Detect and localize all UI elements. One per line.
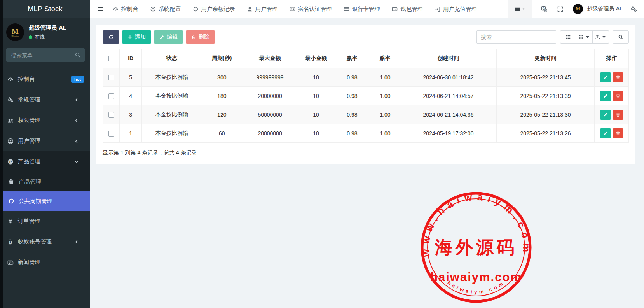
sidebar-item-general-mgmt[interactable]: 常规管理: [0, 89, 90, 110]
bitcoin-icon: B: [7, 239, 14, 245]
sidebar-item-payment-account-mgmt[interactable]: B收款账号管理: [0, 231, 90, 252]
newspaper-icon: [7, 259, 14, 266]
sidebar-item-public-cycle-mgmt[interactable]: 公共周期管理: [0, 191, 90, 211]
chevron-down-icon: [73, 159, 80, 165]
tabs-dropdown-button[interactable]: [508, 0, 532, 18]
content-area: 添加 编辑 删除 ID状态周期(秒)最大金: [90, 18, 644, 308]
export-icon: [595, 34, 600, 40]
row-delete-button[interactable]: [613, 91, 623, 101]
column-header-5[interactable]: 赢率: [334, 49, 370, 68]
table-row: 1本金按比例输6020000000100.981.002024-05-19 17…: [103, 124, 629, 143]
delete-button[interactable]: 删除: [186, 30, 215, 44]
detail-view-icon: [565, 34, 571, 40]
columns-button[interactable]: [576, 30, 593, 44]
table-right-tools: [476, 30, 629, 44]
column-header-1[interactable]: 状态: [142, 49, 202, 68]
sidebar: MLP Stock MMillennium 超级管理员-AL 在线 控制台hot…: [0, 0, 90, 308]
sidebar-search: [6, 48, 85, 62]
cell-id: 5: [120, 68, 142, 87]
cell-status: 本金按比例输: [142, 68, 202, 87]
row-delete-button[interactable]: [613, 128, 623, 138]
refresh-button[interactable]: [103, 30, 119, 44]
topnav-user-recharge[interactable]: 用户充值管理: [435, 5, 477, 13]
language-icon[interactable]: 文A: [541, 6, 548, 12]
column-header-8[interactable]: 更新时间: [496, 49, 595, 68]
tachometer-icon: [113, 6, 119, 12]
pencil-icon: [159, 35, 164, 40]
topbar: 控制台系统配置用户余额记录用户管理实名认证管理银行卡管理钱包管理用户充值管理 文…: [90, 0, 644, 18]
row-delete-button[interactable]: [613, 110, 623, 120]
topnav-wallet[interactable]: 钱包管理: [392, 5, 423, 13]
column-header-4[interactable]: 最小金额: [298, 49, 334, 68]
sidebar-item-order-mgmt[interactable]: 订单管理: [0, 211, 90, 231]
credit-card-icon: [344, 6, 349, 12]
add-button[interactable]: 添加: [122, 30, 151, 44]
cell-odds: 1.00: [370, 105, 400, 124]
topnav-user-management[interactable]: 用户管理: [247, 5, 278, 13]
cell-updated: 2025-05-22 21:13:39: [496, 87, 595, 105]
users-icon: [7, 117, 14, 124]
topnav-system-config[interactable]: 系统配置: [150, 5, 181, 13]
sidebar-item-permission-mgmt[interactable]: 权限管理: [0, 110, 90, 131]
topbar-avatar[interactable]: M: [573, 4, 583, 14]
online-dot: [29, 35, 32, 39]
sidebar-item-news-mgmt[interactable]: 新闻管理: [0, 252, 90, 273]
fullscreen-icon[interactable]: [557, 6, 564, 12]
sidebar-item-user-mgmt[interactable]: 用户管理: [0, 131, 90, 151]
settings-cogs-icon[interactable]: [630, 6, 637, 12]
sign-in-icon: [435, 6, 440, 12]
row-checkbox[interactable]: [108, 93, 114, 99]
column-header-3[interactable]: 最大金额: [242, 49, 298, 68]
export-button[interactable]: [593, 30, 609, 44]
edit-button[interactable]: 编辑: [154, 30, 183, 44]
sidebar-item-product-mgmt-sub[interactable]: 产品管理: [0, 172, 90, 191]
topbar-user-name[interactable]: 超级管理员-AL: [587, 5, 623, 12]
sidebar-toggle-icon[interactable]: [90, 6, 110, 12]
topnav-user-balance-log[interactable]: 用户余额记录: [193, 5, 235, 13]
sidebar-item-product-mgmt[interactable]: P产品管理: [0, 151, 90, 172]
row-checkbox[interactable]: [108, 131, 114, 136]
cell-win: 0.98: [334, 87, 370, 105]
cell-min: 10: [298, 105, 334, 124]
cell-max: 20000000: [242, 87, 298, 105]
row-edit-button[interactable]: [600, 91, 611, 101]
search-button[interactable]: [613, 30, 629, 44]
cell-win: 0.98: [334, 124, 370, 143]
column-header-0[interactable]: ID: [120, 49, 142, 68]
table-search-input[interactable]: [476, 30, 556, 44]
topnav-realname-auth[interactable]: 实名认证管理: [290, 5, 332, 13]
column-header-7[interactable]: 创建时间: [400, 49, 497, 68]
row-delete-button[interactable]: [613, 72, 623, 82]
row-edit-button[interactable]: [600, 72, 611, 82]
row-edit-button[interactable]: [600, 110, 611, 120]
cell-created: 2024-06-21 14:04:57: [400, 87, 497, 105]
row-edit-button[interactable]: [600, 128, 611, 138]
cell-min: 10: [298, 68, 334, 87]
sidebar-item-dashboard[interactable]: 控制台hot: [0, 69, 90, 89]
cell-max: 50000000: [242, 105, 298, 124]
cell-status: 本金按比例输: [142, 124, 202, 143]
online-label: 在线: [35, 33, 45, 40]
row-checkbox[interactable]: [108, 75, 114, 80]
column-header-2[interactable]: 周期(秒): [202, 49, 242, 68]
row-checkbox[interactable]: [108, 112, 114, 118]
cell-status: 本金按比例输: [142, 105, 202, 124]
bag-icon: [8, 178, 14, 185]
cell-min: 10: [298, 124, 334, 143]
select-all-checkbox[interactable]: [108, 56, 114, 61]
cell-odds: 1.00: [370, 124, 400, 143]
column-header-6[interactable]: 赔率: [370, 49, 400, 68]
view-button-group: [560, 30, 609, 44]
sidebar-search-input[interactable]: [6, 48, 85, 62]
cell-updated: 2025-05-22 21:13:26: [496, 124, 595, 143]
user-icon: [247, 6, 253, 12]
topnav-bank-card[interactable]: 银行卡管理: [344, 5, 380, 13]
id-card-icon: [290, 6, 295, 12]
column-header-9[interactable]: 操作: [595, 49, 629, 68]
cell-max: 999999999: [242, 68, 298, 87]
cell-win: 0.98: [334, 105, 370, 124]
table-toolbar: 添加 编辑 删除: [103, 30, 629, 44]
topnav-dashboard[interactable]: 控制台: [113, 5, 138, 13]
caret-down-icon: [585, 34, 590, 40]
detail-view-button[interactable]: [560, 30, 576, 44]
